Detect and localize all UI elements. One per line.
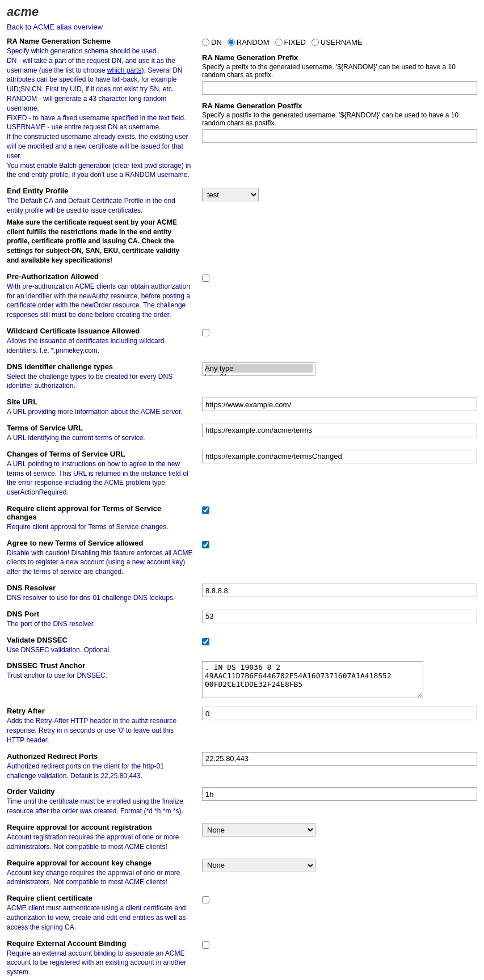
dns-port-desc: The port of the DNS resolver. <box>7 619 193 629</box>
require-approval-account-reg-label: Require approval for account registratio… <box>7 823 193 831</box>
site-url-desc: A URL providing more information about t… <box>7 407 193 417</box>
ra-postfix-input[interactable] <box>202 129 477 143</box>
require-approval-key-change-select[interactable]: None <box>202 859 315 872</box>
require-approval-key-change-desc: Account key change requires the approval… <box>7 868 193 888</box>
ra-name-scheme-label: RA Name Generation Scheme <box>7 37 193 45</box>
dns-challenge-desc: Select the challenge types to be created… <box>7 372 193 391</box>
auth-redirect-ports-label: Authorized Redirect Ports <box>7 752 193 761</box>
terms-url-input[interactable] <box>202 424 477 437</box>
ra-postfix-desc: Specify a postfix to the generated usern… <box>202 111 477 127</box>
require-external-binding-label: Require External Account Binding <box>7 939 193 948</box>
require-approval-account-reg-desc: Account registration requires the approv… <box>7 833 193 852</box>
site-url-label: Site URL <box>7 398 193 406</box>
dnssec-anchor-textarea[interactable]: . IN DS 19036 8 2 49AAC11D7B6F6446702E54… <box>202 661 423 698</box>
require-client-cert-label: Require client certificate <box>7 894 193 902</box>
dns-port-input[interactable] <box>202 610 477 623</box>
agree-new-tos-desc: Disable with caution! Disabling this fea… <box>7 548 193 577</box>
require-client-cert-checkbox[interactable] <box>202 896 209 903</box>
changes-terms-url-label: Changes of Terms of Service URL <box>7 450 193 458</box>
dns-resolver-input[interactable] <box>202 584 477 597</box>
radio-random[interactable]: RANDOM <box>228 38 270 47</box>
end-entity-profile-desc1: The Default CA and Default Certificate P… <box>7 196 193 216</box>
dns-resolver-desc: DNS resolver to use for dns-01 challenge… <box>7 593 193 603</box>
dns-challenge-label: DNS identifier challenge types <box>7 362 193 371</box>
radio-dn[interactable]: DN <box>202 38 222 47</box>
pre-auth-checkbox[interactable] <box>202 274 209 282</box>
dns-resolver-label: DNS Resolver <box>7 584 193 592</box>
ra-prefix-desc: Specify a prefix to the generated userna… <box>202 63 477 79</box>
terms-url-desc: A URL identifying the current terms of s… <box>7 433 193 443</box>
validate-dnssec-desc: Use DNSSEC validation. Optional. <box>7 645 193 655</box>
order-validity-desc: Time until the certificate must be enrol… <box>7 797 193 816</box>
dnssec-anchor-desc: Trust anchor to use for DNSSEC. <box>7 671 193 681</box>
ra-prefix-input[interactable] <box>202 81 477 95</box>
retry-after-label: Retry After <box>7 707 193 715</box>
ra-postfix-label: RA Name Generation Postfix <box>202 102 477 110</box>
require-approval-tos-label: Require client approval for Terms of Ser… <box>7 504 193 521</box>
order-validity-label: Order Validity <box>7 787 193 796</box>
dns-port-label: DNS Port <box>7 610 193 618</box>
ra-prefix-label: RA Name Generation Prefix <box>202 53 477 62</box>
ra-name-scheme-radio-group: DN RANDOM FIXED USERNAME <box>202 37 477 47</box>
require-approval-account-reg-select[interactable]: None <box>202 823 315 837</box>
dnssec-anchor-label: DNSSEC Trust Anchor <box>7 661 193 670</box>
wildcard-checkbox[interactable] <box>202 329 209 336</box>
pre-auth-label: Pre-Authorization Allowed <box>7 272 193 281</box>
retry-after-desc: Adds the Retry-After HTTP header in the … <box>7 716 193 745</box>
auth-redirect-ports-desc: Authorized redirect ports on the client … <box>7 762 193 781</box>
require-client-cert-desc: ACME client must authenticate using a cl… <box>7 903 193 932</box>
order-validity-input[interactable] <box>202 787 477 801</box>
pre-auth-desc: With pre-authorization ACME clients can … <box>7 282 193 320</box>
end-entity-profile-label: End Entity Profile <box>7 187 193 195</box>
wildcard-desc: Allows the issuance of certificates incl… <box>7 336 193 356</box>
changes-terms-url-desc: A URL pointing to instructions on how to… <box>7 459 193 497</box>
retry-after-input[interactable] <box>202 707 477 720</box>
radio-fixed[interactable]: FIXED <box>275 38 306 47</box>
agree-new-tos-label: Agree to new Terms of Service allowed <box>7 539 193 547</box>
back-link[interactable]: Back to ACME alias overview <box>7 23 103 31</box>
changes-terms-url-input[interactable] <box>202 450 477 463</box>
ra-name-scheme-desc: Specify which generation schema should b… <box>7 47 193 180</box>
wildcard-label: Wildcard Certificate Issuance Allowed <box>7 327 193 335</box>
require-external-binding-checkbox[interactable] <box>202 941 209 949</box>
require-approval-tos-desc: Require client approval for Terms of Ser… <box>7 522 193 532</box>
require-approval-tos-checkbox[interactable] <box>202 506 209 514</box>
agree-new-tos-checkbox[interactable] <box>202 541 209 548</box>
app-title: acme <box>7 5 477 19</box>
radio-username[interactable]: USERNAME <box>312 38 363 47</box>
dns-challenge-select[interactable]: Any type http-01 dns-01 <box>202 362 315 376</box>
validate-dnssec-checkbox[interactable] <box>202 638 209 645</box>
auth-redirect-ports-input[interactable] <box>202 752 477 766</box>
site-url-input[interactable] <box>202 398 477 411</box>
require-external-binding-desc: Require an external account binding to a… <box>7 949 193 977</box>
require-approval-key-change-label: Require approval for account key change <box>7 859 193 867</box>
validate-dnssec-label: Validate DNSSEC <box>7 636 193 644</box>
end-entity-profile-desc2: Make sure the certificate request sent b… <box>7 218 193 265</box>
terms-url-label: Terms of Service URL <box>7 424 193 432</box>
end-entity-profile-select[interactable]: test <box>202 188 259 201</box>
